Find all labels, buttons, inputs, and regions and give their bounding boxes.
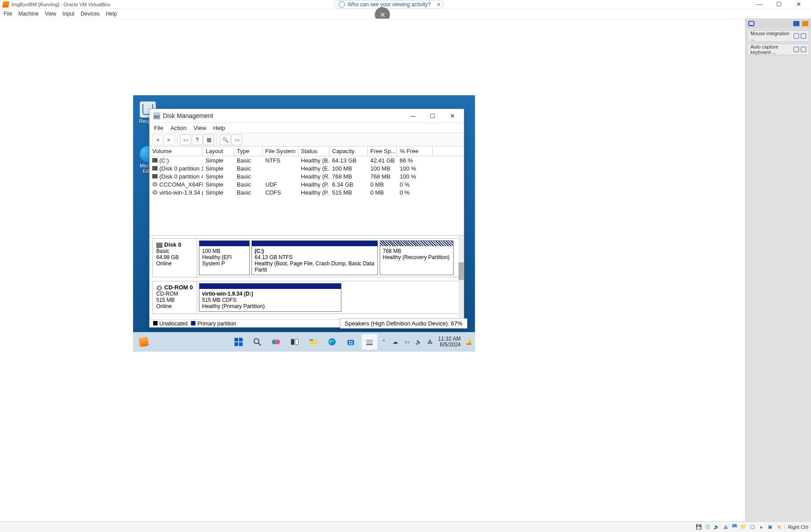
vbox-notify-settings-icon[interactable] [802, 21, 808, 26]
col-free[interactable]: Free Sp... [368, 146, 397, 156]
dm-menu-view[interactable]: View [194, 125, 206, 131]
col-pctfree[interactable]: % Free [397, 146, 433, 156]
drive-icon [152, 158, 158, 162]
col-type[interactable]: Type [234, 146, 263, 156]
col-status[interactable]: Status [298, 146, 329, 156]
tray-onedrive-icon[interactable]: ☁ [392, 338, 399, 345]
notify-action-icon[interactable] [794, 33, 799, 39]
status-audio-icon[interactable]: 🔈 [714, 524, 720, 530]
dm-menu-action[interactable]: Action [170, 125, 187, 131]
status-mouse-icon[interactable]: 🖰 [776, 524, 782, 530]
dm-maximize-button[interactable]: ☐ [423, 109, 442, 122]
vbox-menu-machine[interactable]: Machine [18, 11, 38, 17]
partition-block[interactable]: virtio-win-1.9.34 (D:)515 MB CDFSHealthy… [199, 283, 341, 312]
status-cpu-icon[interactable]: ▣ [767, 524, 773, 530]
cell-capacity: 515 MB [329, 188, 368, 196]
taskbar-explorer-button[interactable] [305, 334, 321, 350]
toolbar-back-button[interactable]: ◄ [152, 134, 163, 145]
tray-notifications-icon[interactable]: 🔔 [465, 338, 472, 345]
volume-row[interactable]: (Disk 0 partition 4)SimpleBasicHealthy (… [150, 172, 464, 180]
notify-close-icon[interactable] [801, 47, 806, 52]
status-hostkey[interactable]: Right Ctrl [788, 524, 808, 530]
gpane-scrollbar[interactable] [458, 236, 464, 319]
volume-row[interactable]: (Disk 0 partition 1)SimpleBasicHealthy (… [150, 164, 464, 172]
col-layout[interactable]: Layout [203, 146, 234, 156]
status-recording-icon[interactable]: ● [758, 524, 764, 530]
tray-battery-icon[interactable]: ▭ [403, 338, 410, 345]
guest-desktop[interactable]: Recyc... Micro... Ed... Disk Management … [133, 95, 475, 352]
taskbar-copilot-button[interactable] [268, 334, 284, 350]
cell-capacity: 100 MB [329, 164, 368, 172]
partition-block[interactable]: (C:)64.13 GB NTFSHealthy (Boot, Page Fil… [251, 240, 378, 275]
status-display-icon[interactable]: 🖵 [749, 524, 755, 530]
col-volume[interactable]: Volume [150, 146, 203, 156]
toolbar-rescan-button[interactable]: 🔍 [220, 134, 231, 145]
speech-bubble-icon[interactable] [748, 21, 754, 26]
dm-menu-help[interactable]: Help [213, 125, 225, 131]
cell-volume: CCCOMA_X64FRE... [159, 181, 203, 188]
tray-network-icon[interactable]: 🖧 [426, 338, 434, 345]
vbox-notify-toggle-icon[interactable] [793, 21, 799, 26]
status-network-icon[interactable]: 🖧 [722, 524, 729, 530]
disc-icon [156, 285, 162, 291]
status-usb-icon[interactable]: ᚙ [731, 524, 738, 530]
status-shared-icon[interactable]: 📁 [740, 524, 746, 530]
dm-close-button[interactable]: ✕ [442, 109, 462, 122]
toolbar-help-button[interactable]: ? [192, 134, 203, 145]
col-filesystem[interactable]: File System [263, 146, 298, 156]
vbox-minimize-button[interactable]: — [750, 0, 769, 9]
taskbar-widget-icon[interactable] [139, 337, 149, 347]
dm-titlebar[interactable]: Disk Management — ☐ ✕ [150, 109, 464, 122]
svg-rect-18 [366, 344, 373, 345]
search-button[interactable] [249, 334, 265, 350]
vbox-notify-item-keyboard[interactable]: Auto capture keyboard ... [747, 44, 809, 55]
toolbar-list-button[interactable]: ▭ [231, 134, 242, 145]
tray-chevron-up-icon[interactable]: ⌃ [380, 338, 387, 345]
vbox-notify-item-mouse[interactable]: Mouse integration ... [747, 30, 809, 42]
svg-rect-1 [239, 338, 243, 341]
vbox-close-button[interactable]: ✕ [789, 0, 808, 9]
partition-block[interactable]: 100 MBHealthy (EFI System P [199, 240, 250, 275]
drive-icon [152, 166, 158, 171]
volume-table-header[interactable]: Volume Layout Type File System Status Ca… [150, 146, 464, 156]
windows-taskbar[interactable]: ⌃ ☁ ▭ 🔈 🖧 11:32 AM 6/5/2024 🔔 [133, 332, 475, 352]
taskbar-store-button[interactable] [343, 334, 359, 350]
tray-volume-icon[interactable]: 🔈 [415, 338, 422, 345]
dm-minimize-button[interactable]: — [403, 109, 423, 122]
status-optical-icon[interactable]: 💿 [705, 524, 711, 530]
cell-pctfree: 100 % [397, 164, 433, 172]
notify-close-icon[interactable] [801, 33, 806, 39]
cell-type: Basic [234, 156, 263, 164]
start-button[interactable] [231, 334, 247, 350]
partition-size: 515 MB CDFS [202, 297, 236, 303]
taskbar-edge-button[interactable] [324, 334, 340, 350]
toolbar-properties-button[interactable]: ▭ [180, 134, 191, 145]
partition-size: 100 MB [202, 248, 220, 254]
volume-row[interactable]: virtio-win-1.9.34 (...SimpleBasicCDFSHea… [150, 188, 464, 196]
taskbar-diskmgmt-button[interactable] [361, 334, 377, 350]
vbox-menu-devices[interactable]: Devices [81, 11, 100, 17]
disk-label-panel[interactable]: Disk 0Basic64.99 GBOnline [153, 239, 197, 277]
tray-clock[interactable]: 11:32 AM 6/5/2024 [438, 336, 461, 348]
partition-block[interactable]: 768 MBHealthy (Recovery Partition) [380, 240, 454, 275]
vbox-maximize-button[interactable]: ☐ [769, 0, 789, 9]
vbox-menu-file[interactable]: File [4, 11, 12, 17]
volume-row[interactable]: (C:)SimpleBasicNTFSHealthy (B...64.13 GB… [150, 156, 464, 164]
volume-row[interactable]: CCCOMA_X64FRE...SimpleBasicUDFHealthy (P… [150, 180, 464, 188]
vbox-menu-input[interactable]: Input [63, 11, 75, 17]
dm-menu-file[interactable]: File [154, 125, 163, 131]
privacy-close-button[interactable]: ✕ [437, 2, 441, 8]
disk-row[interactable]: Disk 0Basic64.99 GBOnline100 MBHealthy (… [152, 238, 461, 277]
disk-size: 64.99 GB [156, 254, 179, 260]
vbox-menu-help[interactable]: Help [106, 11, 117, 17]
taskbar-taskview-button[interactable] [287, 334, 303, 350]
vbox-menu-view[interactable]: View [45, 11, 57, 17]
disk-label-panel[interactable]: CD-ROM 0CD-ROM515 MBOnline [153, 281, 197, 313]
toolbar-forward-button[interactable]: ► [164, 134, 174, 145]
privacy-bubble[interactable]: Who can see your viewing activity? ✕ [334, 0, 444, 9]
disk-row[interactable]: CD-ROM 0CD-ROM515 MBOnlinevirtio-win-1.9… [152, 281, 461, 314]
col-capacity[interactable]: Capacity [329, 146, 368, 156]
toolbar-refresh-button[interactable]: ▦ [203, 134, 214, 145]
notify-action-icon[interactable] [794, 47, 799, 52]
status-hdd-icon[interactable]: 💾 [696, 524, 702, 530]
